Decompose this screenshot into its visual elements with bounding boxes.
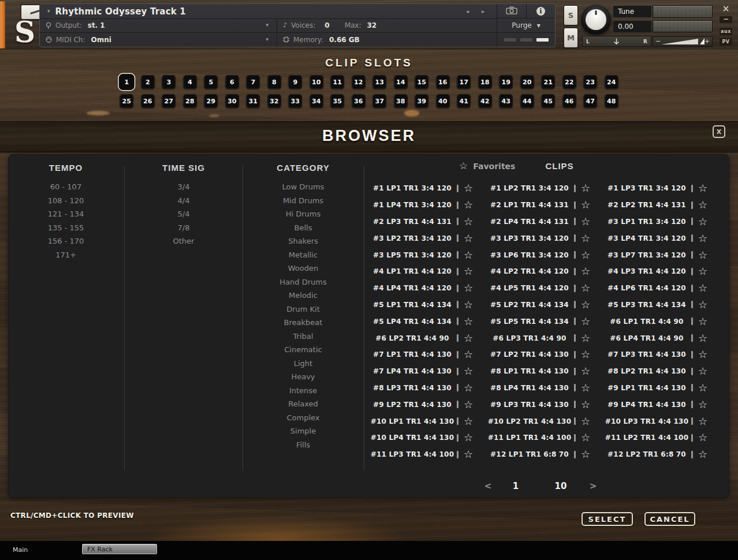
category-option[interactable]: Shakers <box>260 234 346 248</box>
clip-item[interactable]: #9 LP1 TR1 4:4 130 <box>604 384 689 392</box>
clip-item[interactable]: #3 LP3 TR1 3:4 120 <box>487 234 572 242</box>
close-instrument-button[interactable]: × <box>720 3 732 14</box>
prev-page-button[interactable]: < <box>484 481 492 491</box>
favorite-star-icon[interactable]: ☆ <box>581 432 590 443</box>
favorite-star-icon[interactable]: ☆ <box>581 349 590 360</box>
mute-button[interactable]: M <box>564 28 578 48</box>
favorite-star-icon[interactable]: ☆ <box>698 432 707 443</box>
favorites-label[interactable]: Favorites <box>473 162 515 171</box>
favorite-star-icon[interactable]: ☆ <box>698 316 707 327</box>
info-button[interactable]: i <box>526 4 556 18</box>
clip-item[interactable]: #5 LP3 TR1 4:4 134 <box>604 301 689 309</box>
clip-slot-button[interactable]: 10 <box>310 75 323 89</box>
tab-main[interactable]: Main <box>13 546 28 554</box>
favorite-star-icon[interactable]: ☆ <box>581 366 590 376</box>
clip-item[interactable]: #6 LP1 TR1 4:4 90 <box>604 318 689 326</box>
favorite-star-icon[interactable]: ☆ <box>464 283 473 293</box>
volume-slider[interactable]: − + <box>653 36 713 47</box>
favorite-star-icon[interactable]: ☆ <box>581 233 590 244</box>
clip-slot-button[interactable]: 7 <box>247 75 260 89</box>
clip-item[interactable]: #10 LP2 TR1 4:4 130 <box>487 417 572 425</box>
aux-button[interactable]: aux <box>720 28 732 35</box>
clip-slot-button[interactable]: 28 <box>183 94 196 108</box>
clip-item[interactable]: #4 LP2 TR1 4:4 120 <box>487 267 572 275</box>
clip-slot-button[interactable]: 25 <box>120 94 133 108</box>
clip-slot-button[interactable]: 44 <box>520 94 534 108</box>
clip-item[interactable]: #7 LP3 TR1 4:4 130 <box>604 350 689 359</box>
category-option[interactable]: Hi Drums <box>260 207 346 221</box>
clip-item[interactable]: #8 LP2 TR1 4:4 130 <box>604 367 689 375</box>
tab-fx-rack[interactable]: FX Rack <box>82 544 157 554</box>
clip-item[interactable]: #4 LP1 TR1 4:4 120 <box>370 267 455 275</box>
favorite-star-icon[interactable]: ☆ <box>464 266 473 277</box>
clip-slot-button[interactable]: 19 <box>500 75 513 89</box>
clip-item[interactable]: #4 LP4 TR1 4:4 120 <box>370 284 455 292</box>
clip-slot-button[interactable]: 42 <box>478 94 491 108</box>
pan-slider[interactable]: L R <box>582 36 651 47</box>
favorite-star-icon[interactable]: ☆ <box>581 183 590 193</box>
clip-item[interactable]: #8 LP3 TR1 4:4 130 <box>370 384 455 392</box>
favorite-star-icon[interactable]: ☆ <box>581 383 590 393</box>
prev-instrument-arrow[interactable]: ◂ <box>466 8 469 14</box>
favorite-star-icon[interactable]: ☆ <box>464 250 473 260</box>
clip-slot-button[interactable]: 45 <box>542 94 555 108</box>
category-option[interactable]: Metallic <box>260 248 346 262</box>
category-option[interactable]: Breakbeat <box>260 316 346 330</box>
clip-item[interactable]: #1 LP2 TR1 3:4 120 <box>487 184 572 192</box>
clip-slot-button[interactable]: 34 <box>310 94 323 108</box>
clip-slot-button[interactable]: 35 <box>331 94 344 108</box>
clip-slot-button[interactable]: 26 <box>141 94 154 108</box>
clip-slot-button[interactable]: 14 <box>394 75 407 89</box>
clip-item[interactable]: #3 LP7 TR1 3:4 120 <box>604 251 689 259</box>
tune-knob[interactable] <box>581 5 611 35</box>
clip-item[interactable]: #9 LP3 TR1 4:4 130 <box>487 401 572 409</box>
favorite-star-icon[interactable]: ☆ <box>698 416 707 427</box>
favorite-star-icon[interactable]: ☆ <box>464 316 473 327</box>
category-option[interactable]: Low Drums <box>260 180 346 194</box>
tempo-option[interactable]: 121 - 134 <box>23 207 109 221</box>
volume-plus[interactable]: + <box>705 38 710 45</box>
clip-slot-button[interactable]: 9 <box>289 75 302 89</box>
favorite-star-icon[interactable]: ☆ <box>581 449 590 460</box>
clip-slot-button[interactable]: 37 <box>373 94 386 108</box>
favorite-star-icon[interactable]: ☆ <box>698 200 707 210</box>
performance-view-button[interactable]: PV <box>720 38 732 46</box>
category-option[interactable]: Cinematic <box>260 343 346 357</box>
favorite-star-icon[interactable]: ☆ <box>464 183 473 193</box>
favorite-star-icon[interactable]: ☆ <box>464 300 473 310</box>
clip-item[interactable]: #3 LP2 TR1 3:4 120 <box>370 234 455 242</box>
category-option[interactable]: Hand Drums <box>260 275 346 289</box>
clip-item[interactable]: #10 LP3 TR1 4:4 130 <box>604 417 689 425</box>
cancel-button[interactable]: CANCEL <box>644 512 695 526</box>
category-option[interactable]: Fills <box>260 438 346 452</box>
clip-item[interactable]: #9 LP4 TR1 4:4 130 <box>604 401 689 409</box>
clip-slot-button[interactable]: 39 <box>415 94 428 108</box>
instrument-menu-caret[interactable]: ▾ <box>47 9 50 14</box>
solo-button[interactable]: S <box>564 5 578 25</box>
clip-slot-button[interactable]: 15 <box>415 75 428 89</box>
clip-slot-button[interactable]: 8 <box>267 75 281 89</box>
volume-minus[interactable]: − <box>655 38 661 45</box>
category-option[interactable]: Bells <box>260 221 346 235</box>
favorite-star-icon[interactable]: ☆ <box>464 449 473 460</box>
purge-menu[interactable]: Purge ▾ <box>497 18 555 33</box>
clip-item[interactable]: #8 LP1 TR1 4:4 130 <box>487 367 572 375</box>
category-option[interactable]: Heavy <box>260 370 346 384</box>
clip-slot-button[interactable]: 36 <box>352 94 365 108</box>
category-option[interactable]: Drum Kit <box>260 303 346 316</box>
clip-slot-button[interactable]: 6 <box>225 75 238 89</box>
clip-slot-button[interactable]: 24 <box>605 75 618 89</box>
clip-item[interactable]: #8 LP4 TR1 4:4 130 <box>487 384 572 392</box>
tempo-option[interactable]: 171+ <box>23 248 109 262</box>
favorite-star-icon[interactable]: ☆ <box>698 400 707 410</box>
favorite-star-icon[interactable]: ☆ <box>464 216 473 227</box>
clip-slot-button[interactable]: 30 <box>225 94 238 108</box>
clip-slot-button[interactable]: 32 <box>267 94 281 108</box>
clip-item[interactable]: #12 LP2 TR1 6:8 70 <box>604 450 689 458</box>
tempo-option[interactable]: 156 - 170 <box>23 234 109 248</box>
clip-item[interactable]: #3 LP4 TR1 3:4 120 <box>604 234 689 242</box>
clip-slot-button[interactable]: 20 <box>520 75 534 89</box>
clip-slot-button[interactable]: 46 <box>562 94 576 108</box>
clip-slot-button[interactable]: 2 <box>141 75 154 89</box>
clip-slot-button[interactable]: 33 <box>289 94 302 108</box>
